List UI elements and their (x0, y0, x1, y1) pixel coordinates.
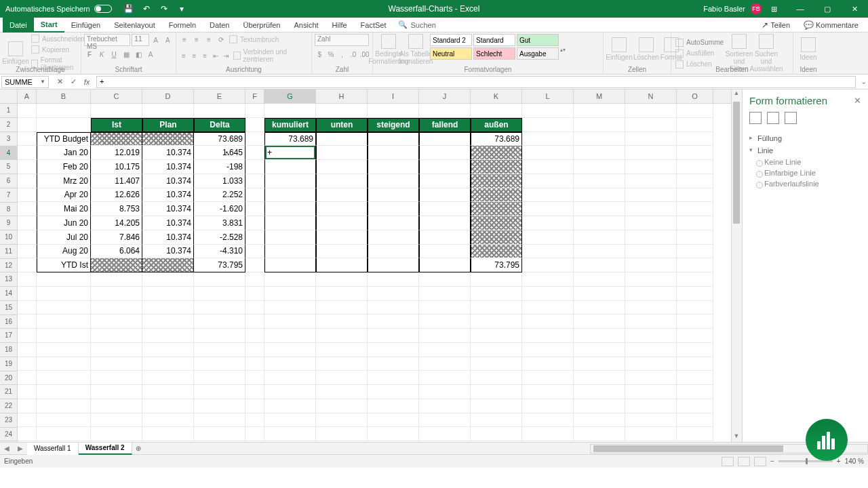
row-header-3[interactable]: 3 (0, 132, 17, 146)
row-header-4[interactable]: 4 (0, 146, 17, 161)
indent-inc-icon[interactable]: ⇥ (222, 50, 231, 61)
cell-L10[interactable] (522, 230, 574, 245)
cell-C15[interactable] (91, 301, 142, 315)
cell-I21[interactable] (368, 385, 419, 399)
tab-layout[interactable]: Seitenlayout (107, 18, 162, 33)
cell-O7[interactable] (677, 188, 713, 203)
cell-F4[interactable] (245, 146, 264, 160)
cell-K4[interactable] (471, 146, 522, 160)
cell-I19[interactable] (368, 357, 419, 371)
cell-N11[interactable] (625, 245, 677, 259)
scroll-down-icon[interactable]: ▼ (732, 432, 741, 442)
cell-E3[interactable]: 73.689 (194, 132, 245, 146)
cell-F11[interactable] (245, 245, 264, 259)
cell-N22[interactable] (625, 399, 677, 413)
cell-I10[interactable] (368, 230, 419, 245)
row-header-18[interactable]: 18 (0, 343, 17, 357)
cell-A12[interactable] (18, 258, 37, 272)
align-top-icon[interactable]: ≡ (179, 34, 190, 45)
cell-N15[interactable] (625, 301, 677, 315)
cell-M9[interactable] (574, 216, 625, 230)
row-header-23[interactable]: 23 (0, 413, 17, 428)
sheet-nav-next-icon[interactable]: ▶ (14, 445, 27, 452)
style-schlecht[interactable]: Schlecht (473, 47, 515, 60)
cell-N10[interactable] (625, 230, 677, 245)
cell-O8[interactable] (677, 202, 713, 216)
cell-K24[interactable] (471, 427, 522, 441)
cell-M10[interactable] (574, 230, 625, 245)
cell-L21[interactable] (522, 385, 574, 399)
cell-D15[interactable] (142, 301, 194, 315)
cell-D18[interactable] (142, 343, 194, 357)
ideas-button[interactable]: Ideen (796, 34, 821, 64)
cell-N17[interactable] (625, 329, 677, 343)
cell-B8[interactable]: Mai 20 (37, 202, 91, 216)
cell-O20[interactable] (677, 371, 713, 385)
cell-J10[interactable] (419, 230, 471, 245)
cell-A24[interactable] (18, 427, 37, 441)
select-all-corner[interactable] (0, 89, 17, 104)
cell-N8[interactable] (625, 202, 677, 216)
fill-button[interactable]: Ausfüllen (674, 49, 725, 58)
cell-O24[interactable] (677, 427, 713, 441)
cell-A7[interactable] (18, 188, 37, 203)
cell-K23[interactable] (471, 413, 522, 428)
expand-fbar-icon[interactable]: ⌄ (859, 77, 868, 86)
cell-O1[interactable] (677, 104, 713, 118)
cell-D4[interactable]: 10.374 (142, 146, 194, 160)
row-header-11[interactable]: 11 (0, 245, 17, 259)
row-header-9[interactable]: 9 (0, 216, 17, 230)
cell-D16[interactable] (142, 314, 194, 329)
cell-J1[interactable] (419, 104, 471, 118)
zoom-out-icon[interactable]: − (770, 458, 774, 465)
cell-F23[interactable] (245, 413, 264, 428)
cell-D14[interactable] (142, 287, 194, 301)
cell-B21[interactable] (37, 385, 91, 399)
cell-A8[interactable] (18, 202, 37, 216)
cell-E21[interactable] (194, 385, 245, 399)
cell-N5[interactable] (625, 160, 677, 174)
cell-A20[interactable] (18, 371, 37, 385)
tab-review[interactable]: Überprüfen (236, 18, 287, 33)
cell-K2[interactable]: außen (471, 118, 522, 132)
scroll-up-icon[interactable]: ▲ (732, 89, 741, 99)
line-solid-option[interactable]: Einfarbige Linie (749, 167, 861, 178)
cell-J17[interactable] (419, 329, 471, 343)
cell-J2[interactable]: fallend (419, 118, 471, 132)
cell-L5[interactable] (522, 160, 574, 174)
cell-B14[interactable] (37, 287, 91, 301)
close-button[interactable]: ✕ (841, 0, 868, 18)
cell-G24[interactable] (264, 427, 316, 441)
cell-I6[interactable] (368, 174, 419, 188)
inc-decimal-icon[interactable]: .0 (349, 49, 359, 60)
cell-B9[interactable]: Jun 20 (37, 216, 91, 230)
cell-M8[interactable] (574, 202, 625, 216)
cell-M6[interactable] (574, 174, 625, 188)
cell-A10[interactable] (18, 230, 37, 245)
cell-K12[interactable]: 73.795 (471, 258, 522, 272)
cell-O17[interactable] (677, 329, 713, 343)
cell-F8[interactable] (245, 202, 264, 216)
cell-B4[interactable]: Jan 20 (37, 146, 91, 160)
cell-I24[interactable] (368, 427, 419, 441)
cell-E8[interactable]: -1.620 (194, 202, 245, 216)
cell-G22[interactable] (264, 399, 316, 413)
cell-I13[interactable] (368, 272, 419, 287)
cell-J12[interactable] (419, 258, 471, 272)
cell-O14[interactable] (677, 287, 713, 301)
cell-F15[interactable] (245, 301, 264, 315)
cell-D13[interactable] (142, 272, 194, 287)
cell-A22[interactable] (18, 399, 37, 413)
col-header-E[interactable]: E (194, 89, 245, 103)
cell-J3[interactable] (419, 132, 471, 146)
tab-formulas[interactable]: Formeln (162, 18, 203, 33)
cell-L9[interactable] (522, 216, 574, 230)
cell-A21[interactable] (18, 385, 37, 399)
cell-O9[interactable] (677, 216, 713, 230)
fx-icon[interactable]: fx (80, 76, 94, 88)
insert-cells-button[interactable]: Einfügen (606, 34, 632, 64)
cell-J9[interactable] (419, 216, 471, 230)
cell-A14[interactable] (18, 287, 37, 301)
tab-help[interactable]: Hilfe (326, 18, 354, 33)
align-center-icon[interactable]: ≡ (190, 50, 199, 61)
